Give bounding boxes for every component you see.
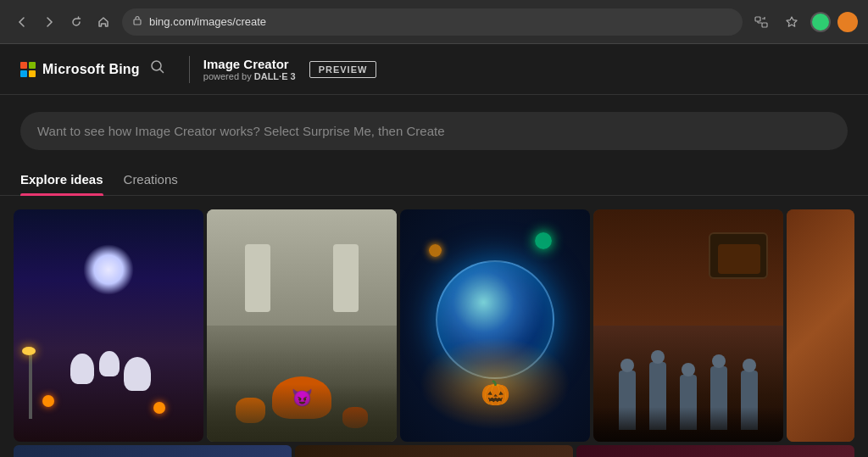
forward-button[interactable] (37, 10, 61, 34)
bottom-card-3[interactable] (576, 445, 854, 457)
browser-actions (749, 10, 858, 34)
tab-creations[interactable]: Creations (124, 164, 178, 195)
site-header: Microsoft Bing Image Creator powered by … (0, 44, 868, 95)
ghost-figure-3 (124, 357, 151, 391)
address-bar[interactable]: bing.com/images/create (122, 8, 743, 36)
translate-button[interactable] (749, 10, 773, 34)
image-card-pumpkins[interactable]: 😈 (207, 209, 397, 442)
image-card-ghosts[interactable] (14, 209, 203, 442)
image-card-partial[interactable] (787, 209, 854, 442)
bottom-row (0, 442, 868, 457)
browser-chrome: bing.com/images/create (0, 0, 868, 44)
powered-by-label: powered by DALL·E 3 (203, 71, 296, 81)
ghost-figure-2 (99, 351, 120, 376)
svg-rect-1 (755, 17, 760, 21)
pumpkin-1 (42, 395, 54, 407)
image-card-zombies[interactable] (593, 209, 783, 442)
page-content: Microsoft Bing Image Creator powered by … (0, 44, 868, 457)
microsoft-grid-icon (20, 62, 36, 77)
tab-explore-ideas[interactable]: Explore ideas (20, 164, 103, 195)
preview-badge: PREVIEW (309, 61, 377, 78)
lamp-post (29, 351, 32, 419)
ghost-figure-1 (70, 354, 94, 384)
search-icon[interactable] (150, 59, 165, 79)
url-text: bing.com/images/create (149, 15, 266, 28)
profile-circle-orange[interactable] (837, 12, 858, 32)
search-section: Want to see how Image Creator works? Sel… (0, 95, 868, 164)
image-card-orb[interactable]: 🎃 (400, 209, 590, 442)
bing-logo[interactable]: Microsoft Bing (20, 62, 140, 77)
search-placeholder: Want to see how Image Creator works? Sel… (37, 124, 445, 138)
bing-logo-text: Microsoft Bing (42, 62, 140, 77)
refresh-button[interactable] (64, 10, 88, 34)
bottom-card-2[interactable] (295, 445, 573, 457)
svg-rect-2 (762, 23, 767, 27)
header-divider (189, 56, 190, 83)
image-grid: 😈 🎃 (0, 196, 868, 442)
pumpkin-2 (153, 402, 165, 414)
favorites-button[interactable] (780, 10, 804, 34)
tabs-section: Explore ideas Creations (0, 164, 868, 196)
image-creator-info: Image Creator powered by DALL·E 3 (203, 57, 296, 81)
lock-icon (132, 15, 142, 28)
back-button[interactable] (10, 10, 34, 34)
svg-rect-0 (134, 20, 141, 25)
main-search-input[interactable]: Want to see how Image Creator works? Sel… (20, 112, 848, 150)
profile-circle-green[interactable] (810, 12, 831, 32)
nav-buttons (10, 10, 115, 34)
image-creator-title: Image Creator (203, 57, 296, 71)
bottom-card-1[interactable] (14, 445, 292, 457)
home-button[interactable] (92, 10, 115, 34)
